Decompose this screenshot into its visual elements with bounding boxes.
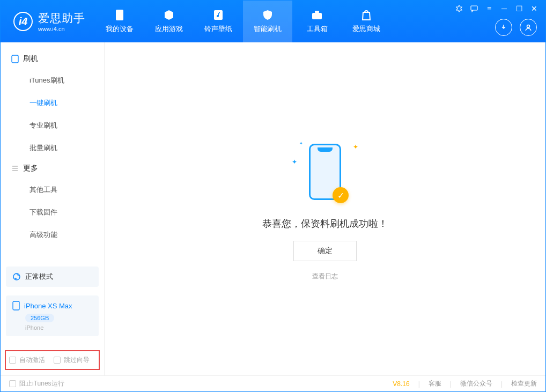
version-label: V8.16 — [393, 380, 409, 388]
checkbox-skip-guide[interactable]: 跳过向导 — [54, 356, 90, 365]
close-button[interactable]: ✕ — [529, 4, 539, 13]
nav-ringtone-wallpaper[interactable]: 铃声壁纸 — [194, 1, 243, 42]
checkbox-icon — [9, 357, 16, 364]
success-illustration: ✦ ✦ ✦ ✓ — [287, 137, 363, 206]
download-button[interactable] — [495, 19, 512, 36]
group-label: 刷机 — [23, 54, 38, 64]
sparkle-icon: ✦ — [292, 158, 297, 166]
sidebar-item-itunes-flash[interactable]: iTunes刷机 — [1, 69, 104, 92]
maximize-button[interactable]: ☐ — [514, 4, 524, 13]
logo-icon: i4 — [13, 12, 33, 31]
mode-indicator[interactable]: 正常模式 — [6, 267, 99, 287]
nav-label: 爱思商城 — [352, 24, 380, 34]
nav-apps-games[interactable]: 应用游戏 — [144, 1, 194, 42]
group-label: 更多 — [23, 164, 38, 173]
app-logo: i4 爱思助手 www.i4.cn — [1, 11, 95, 32]
sidebar-item-other-tools[interactable]: 其他工具 — [1, 179, 104, 201]
view-log-link[interactable]: 查看日志 — [312, 272, 338, 281]
svg-rect-3 — [315, 11, 319, 13]
svg-rect-8 — [13, 301, 19, 310]
nav-label: 我的设备 — [106, 24, 134, 34]
main-content: ✦ ✦ ✦ ✓ 恭喜您，保资料刷机成功啦！ 确定 查看日志 — [105, 42, 545, 375]
nav-flash[interactable]: 智能刷机 — [243, 1, 292, 42]
nav-my-device[interactable]: 我的设备 — [95, 1, 144, 42]
sidebar-group-flash: 刷机 — [1, 50, 104, 69]
mode-label: 正常模式 — [25, 272, 53, 282]
svg-rect-2 — [312, 13, 322, 19]
top-nav: 我的设备 应用游戏 铃声壁纸 智能刷机 工具箱 爱思商城 — [95, 1, 391, 42]
wechat-link[interactable]: 微信公众号 — [460, 379, 492, 388]
checkbox-label: 自动激活 — [19, 356, 45, 365]
svg-rect-4 — [471, 6, 477, 10]
sidebar-item-advanced[interactable]: 高级功能 — [1, 224, 104, 246]
svg-point-5 — [527, 25, 530, 28]
device-icon — [114, 9, 126, 21]
user-button[interactable] — [520, 19, 537, 36]
device-type: iPhone — [25, 324, 92, 331]
support-link[interactable]: 客服 — [429, 379, 441, 388]
device-name: iPhone XS Max — [24, 302, 72, 310]
toolbox-icon — [311, 9, 323, 21]
checkbox-auto-activate[interactable]: 自动激活 — [9, 356, 45, 365]
menu-icon[interactable]: ≡ — [484, 4, 494, 13]
phone-outline-icon — [11, 55, 19, 63]
sparkle-icon: ✦ — [299, 141, 303, 146]
sidebar-item-pro-flash[interactable]: 专业刷机 — [1, 114, 104, 137]
sidebar: 刷机 iTunes刷机 一键刷机 专业刷机 批量刷机 更多 其他工具 下载固件 … — [1, 42, 105, 375]
nav-label: 智能刷机 — [254, 24, 282, 34]
nav-store[interactable]: 爱思商城 — [342, 1, 391, 42]
checkbox-icon — [9, 380, 16, 387]
ok-button[interactable]: 确定 — [293, 241, 357, 261]
nav-label: 铃声壁纸 — [204, 24, 232, 34]
shield-icon — [262, 9, 274, 21]
cube-icon — [163, 9, 175, 21]
svg-rect-6 — [12, 55, 18, 63]
nav-toolbox[interactable]: 工具箱 — [292, 1, 342, 42]
sparkle-icon: ✦ — [353, 143, 358, 151]
app-title: 爱思助手 — [38, 11, 85, 26]
theme-icon[interactable] — [454, 4, 464, 13]
svg-rect-0 — [116, 10, 123, 20]
device-capacity: 256GB — [25, 314, 54, 322]
app-header: i4 爱思助手 www.i4.cn 我的设备 应用游戏 铃声壁纸 智能刷机 工具… — [1, 1, 545, 42]
checkbox-label: 跳过向导 — [64, 356, 90, 365]
device-card[interactable]: iPhone XS Max 256GB iPhone — [6, 295, 99, 336]
minimize-button[interactable]: ─ — [499, 4, 509, 13]
checkbox-block-itunes[interactable]: 阻止iTunes运行 — [9, 379, 64, 388]
refresh-icon — [12, 272, 21, 281]
sidebar-item-oneclick-flash[interactable]: 一键刷机 — [1, 92, 104, 114]
checkbox-label: 阻止iTunes运行 — [19, 379, 64, 388]
checkbox-icon — [54, 357, 61, 364]
check-update-link[interactable]: 检查更新 — [511, 379, 537, 388]
nav-label: 工具箱 — [307, 24, 328, 34]
footer: 阻止iTunes运行 V8.16 | 客服 | 微信公众号 | 检查更新 — [1, 375, 545, 391]
window-controls: ≡ ─ ☐ ✕ — [454, 4, 539, 13]
music-icon — [212, 9, 224, 21]
sidebar-item-download-firmware[interactable]: 下载固件 — [1, 201, 104, 224]
check-badge-icon: ✓ — [333, 187, 349, 203]
options-highlight: 自动激活 跳过向导 — [5, 350, 100, 370]
sidebar-item-batch-flash[interactable]: 批量刷机 — [1, 137, 104, 159]
header-actions — [495, 19, 537, 36]
feedback-icon[interactable] — [469, 4, 479, 13]
list-icon — [11, 165, 19, 172]
sidebar-group-more: 更多 — [1, 159, 104, 179]
bag-icon — [360, 9, 372, 21]
phone-icon — [12, 301, 20, 310]
app-subtitle: www.i4.cn — [38, 26, 85, 32]
nav-label: 应用游戏 — [155, 24, 183, 34]
success-message: 恭喜您，保资料刷机成功啦！ — [262, 217, 388, 230]
